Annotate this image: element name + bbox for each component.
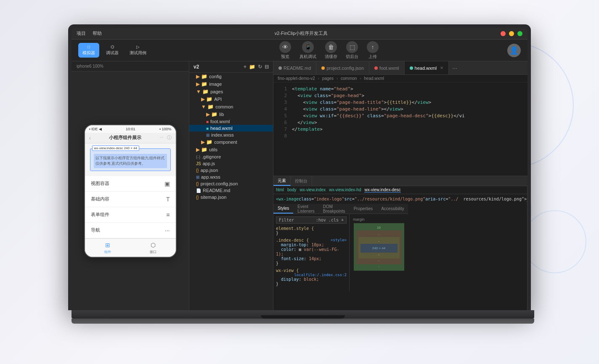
phone-nav-more-icon[interactable]: ···: [159, 135, 163, 141]
devtools-dom-panel: html body wx-view.index wx-view.index-hd…: [273, 186, 527, 310]
code-content-4: <view class="page-head-line"></view>: [292, 106, 403, 113]
phone-highlight-box: wx-view.index-desc 240 × 44 以下指展示小程序官方组件…: [90, 148, 171, 171]
tree-folder-component[interactable]: ▶ 📁 component: [189, 138, 273, 146]
tree-folder-image[interactable]: ▶ 📁 image: [189, 80, 273, 88]
toolbar-upload-btn[interactable]: ↑ 上传: [367, 41, 379, 60]
devtools-tag-wx-index[interactable]: wx-view.index: [300, 187, 326, 193]
folder-icon: ▶ 📁: [206, 111, 217, 117]
file-collapse-icon[interactable]: ⊟: [265, 64, 269, 70]
phone-nav-actions: ··· ⓘ: [159, 135, 171, 141]
decorative-circle-3: [523, 210, 586, 273]
phone-bottom-tab-0[interactable]: ⊞ 组件: [104, 241, 111, 254]
tab-close-head[interactable]: ✕: [440, 66, 443, 70]
toolbar-realdevice-btn[interactable]: 📱 真机调试: [300, 41, 316, 60]
tab-more-btn[interactable]: ···: [449, 65, 461, 71]
breadcrumb-sep-2: ›: [360, 76, 361, 81]
tree-label-appwxss: app.wxss: [201, 174, 220, 179]
devtools-tag-wx-index-desc[interactable]: wx-view.index-desc: [364, 187, 400, 193]
user-avatar[interactable]: 👤: [507, 44, 521, 57]
tree-folder-lib[interactable]: ▶ 📁 lib: [189, 111, 273, 118]
devtools-dom-code: <wx-image class="index-logo" src="../res…: [273, 194, 527, 204]
wxml-green-icon: ■: [206, 126, 209, 131]
phone-list-item-0[interactable]: 视图容器 ▣: [85, 176, 176, 192]
tree-label-utils: utils: [209, 147, 217, 152]
toolbar-debugger-btn[interactable]: ⌬ 调试器: [102, 43, 123, 58]
toolbar-clearcache-btn[interactable]: 🗑 清缓存: [325, 41, 337, 60]
tree-file-foot-wxml[interactable]: ■ foot.wxml: [189, 118, 273, 125]
tree-file-gitignore[interactable]: (-) .gitignore: [189, 153, 273, 160]
code-content-6: </view>: [292, 119, 317, 126]
main-content: iphone6 100% ▪ IDE ◀ 10:01 ▪ 100%: [72, 61, 527, 310]
st-tab-eventlisteners[interactable]: Event Listeners: [293, 204, 319, 214]
tab-foot[interactable]: foot.wxml: [369, 61, 404, 74]
tree-folder-common[interactable]: ▼ 📁 common: [189, 103, 273, 111]
tree-file-appwxss[interactable]: ⊞ app.wxss: [189, 174, 273, 180]
phone-bottom-tab-1[interactable]: ⬡ 接口: [149, 241, 157, 254]
st-tab-styles[interactable]: Styles: [273, 204, 293, 214]
menu-item-project[interactable]: 项目: [77, 30, 86, 37]
menu-item-help[interactable]: 帮助: [93, 30, 102, 37]
code-editor[interactable]: 1 <template name="head"> 2 <view class="…: [273, 82, 527, 176]
line-num-5: 5: [277, 113, 287, 119]
bp-tab-console[interactable]: 控制台: [291, 176, 312, 186]
phone-nav-back-icon[interactable]: ‹: [89, 135, 91, 141]
tree-label-api: API: [214, 97, 222, 102]
phone-list-item-3[interactable]: 导航 ···: [85, 223, 176, 238]
phone-panel: iphone6 100% ▪ IDE ◀ 10:01 ▪ 100%: [72, 61, 189, 310]
tab-readme[interactable]: README.md: [273, 61, 316, 74]
devtools-tag-html[interactable]: html: [276, 187, 284, 193]
tree-label-head-wxml: head.wxml: [210, 126, 233, 131]
toolbar-simulator-btn[interactable]: □ 模拟器: [78, 43, 99, 58]
tab-dot-foot: [374, 66, 378, 70]
file-tree-panel: v2 + 📁 ↻ ⊟ ▶ 📁 config: [189, 61, 273, 310]
phone-status-right: ▪ 100%: [159, 127, 172, 131]
tree-file-projectjson[interactable]: {} project.config.json: [189, 180, 273, 187]
file-refresh-icon[interactable]: ↻: [258, 64, 262, 70]
phone-nav-info-icon[interactable]: ⓘ: [167, 135, 172, 141]
toolbar-left: □ 模拟器 ⌬ 调试器 ▷ 测试用例: [78, 43, 151, 58]
tree-file-appjs[interactable]: JS app.js: [189, 160, 273, 167]
tree-label-projectjson: project.config.json: [201, 181, 238, 186]
tree-folder-utils[interactable]: ▶ 📁 utils: [189, 146, 273, 153]
devtools-tag-body[interactable]: body: [287, 187, 297, 193]
line-num-4: 4: [277, 106, 287, 113]
tree-folder-api[interactable]: ▶ 📁 API: [189, 95, 273, 103]
st-tab-dombreakpoints[interactable]: DOM Breakpoints: [319, 204, 350, 214]
window-maximize-btn[interactable]: [517, 31, 522, 36]
tree-label-common: common: [215, 104, 233, 109]
toolbar-preview-btn[interactable]: 👁 预览: [279, 41, 291, 60]
devtools-element-bar: html body wx-view.index wx-view.index-hd…: [273, 186, 527, 194]
tree-folder-config[interactable]: ▶ 📁 config: [189, 73, 273, 80]
toolbar-test-btn[interactable]: ▷ 测试用例: [125, 43, 151, 58]
realdevice-icon: 📱: [302, 41, 314, 53]
phone-list-icon-2: ≡: [166, 211, 170, 218]
breadcrumb-part-2: common: [341, 76, 357, 81]
phone-list-label-0: 视图容器: [91, 180, 109, 187]
window-close-btn[interactable]: [501, 31, 506, 36]
phone-container: ▪ IDE ◀ 10:01 ▪ 100% ‹ 小程序组件展示 ···: [72, 71, 189, 310]
phone-list-item-1[interactable]: 基础内容 T: [85, 192, 176, 207]
tab-head[interactable]: head.wxml ✕: [405, 61, 449, 74]
window-minimize-btn[interactable]: [509, 31, 514, 36]
bp-tab-elements[interactable]: 元素: [273, 176, 291, 186]
simulator-label: 模拟器: [82, 50, 95, 56]
upload-icon: ↑: [367, 41, 379, 53]
tree-file-index-wxss[interactable]: ⊞ index.wxss: [189, 132, 273, 138]
tree-file-readme[interactable]: 📄 README.md: [189, 187, 273, 194]
filter-pseudoclass: :hov .cls +: [316, 218, 344, 222]
st-tab-properties[interactable]: Properties: [350, 204, 377, 214]
laptop-screen-outer: 项目 帮助 v2-FinClip小程序开发工具 □: [68, 24, 531, 310]
phone-list-item-2[interactable]: 表单组件 ≡: [85, 207, 176, 223]
tree-folder-pages[interactable]: ▼ 📁 pages: [189, 88, 273, 95]
tree-file-appjson[interactable]: {} app.json: [189, 167, 273, 174]
file-new-icon[interactable]: +: [244, 64, 246, 70]
st-tab-accessibility[interactable]: Accessibility: [377, 204, 408, 214]
box-border-top: -: [358, 232, 400, 236]
test-icon: ▷: [136, 45, 140, 49]
tab-project[interactable]: project.config.json: [316, 61, 369, 74]
devtools-tag-wx-index-hd[interactable]: wx-view.index-hd: [329, 187, 361, 193]
toolbar-switchbackend-btn[interactable]: ⬚ 切后台: [346, 41, 358, 60]
file-newfolder-icon[interactable]: 📁: [249, 64, 255, 70]
tree-file-sitemapjson[interactable]: {} sitemap.json: [189, 194, 273, 200]
tree-file-head-wxml[interactable]: ■ head.wxml: [189, 125, 273, 132]
